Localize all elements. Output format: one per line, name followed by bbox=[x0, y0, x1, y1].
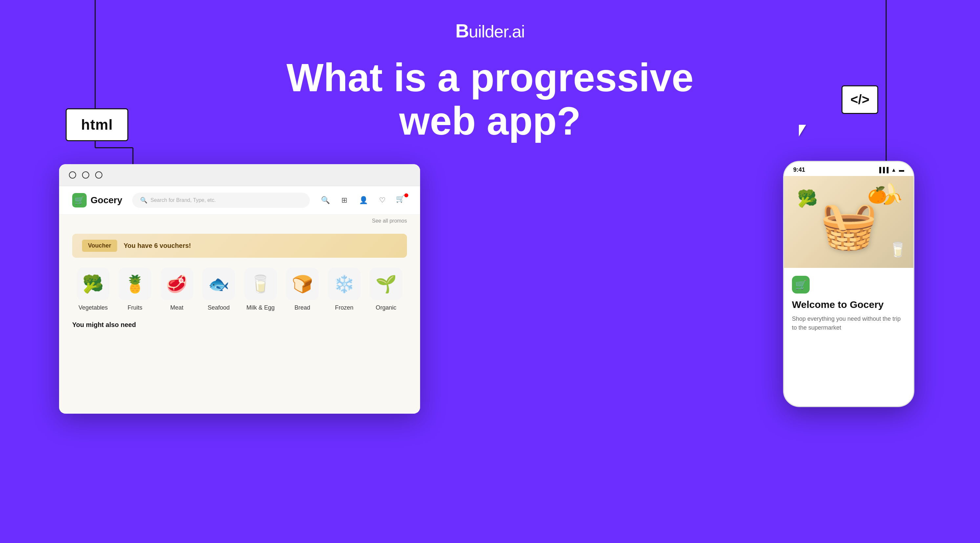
category-bread[interactable]: 🍞 Bread bbox=[282, 268, 324, 311]
organic-icon: 🌱 bbox=[369, 268, 402, 300]
phone-hero-image: 🧺 🍌 🥦 🍊 🥛 bbox=[784, 176, 913, 268]
browser-dot-3 bbox=[95, 171, 102, 178]
categories-grid: 🥦 Vegetables 🍍 Fruits 🥩 Meat 🐟 Seafood 🥛… bbox=[59, 258, 420, 318]
nav-icons: 🔍 ⊞ 👤 ♡ 🛒 bbox=[320, 195, 407, 206]
gocery-logo: 🛒 Gocery bbox=[72, 193, 123, 207]
seafood-icon: 🐟 bbox=[202, 268, 235, 300]
frozen-label: Frozen bbox=[335, 304, 353, 311]
phone-welcome-subtitle: Shop everything you need without the tri… bbox=[792, 315, 905, 332]
phone-app-logo: 🛒 bbox=[792, 276, 905, 293]
frozen-icon: ❄️ bbox=[328, 268, 361, 300]
mobile-phone: 9:41 ▐▐▐ ▲ ▬ 🧺 🍌 🥦 🍊 🥛 🛒 Welcome to bbox=[783, 161, 914, 407]
vegetables-icon: 🥦 bbox=[77, 268, 110, 300]
vegetables-label: Vegetables bbox=[78, 304, 108, 311]
organic-label: Organic bbox=[376, 304, 396, 311]
search-icon: 🔍 bbox=[140, 197, 147, 204]
browser-dot-1 bbox=[69, 171, 76, 178]
phone-signal-icons: ▐▐▐ ▲ ▬ bbox=[877, 167, 904, 173]
phone-welcome-title: Welcome to Gocery bbox=[792, 299, 905, 311]
logo-text: Builder.ai bbox=[455, 20, 525, 42]
voucher-tag: Voucher bbox=[82, 240, 117, 252]
gocery-logo-icon: 🛒 bbox=[72, 193, 87, 207]
fruits-label: Fruits bbox=[128, 304, 142, 311]
bread-label: Bread bbox=[294, 304, 310, 311]
voucher-banner[interactable]: Voucher You have 6 vouchers! bbox=[72, 234, 407, 258]
html-badge: html bbox=[66, 108, 128, 141]
milk-egg-label: Milk & Egg bbox=[247, 304, 275, 311]
you-might-need: You might also need bbox=[59, 318, 420, 332]
gocery-navbar: 🛒 Gocery 🔍 Search for Brand, Type, etc. … bbox=[59, 186, 420, 215]
phone-time: 9:41 bbox=[793, 166, 805, 174]
bread-icon: 🍞 bbox=[286, 268, 319, 300]
builder-ai-logo: Builder.ai bbox=[455, 20, 525, 42]
category-milk-egg[interactable]: 🥛 Milk & Egg bbox=[240, 268, 282, 311]
see-all-promos[interactable]: See all promos bbox=[72, 218, 407, 224]
signal-icon: ▐▐▐ bbox=[877, 167, 888, 173]
search-bar[interactable]: 🔍 Search for Brand, Type, etc. bbox=[132, 193, 310, 208]
meat-icon: 🥩 bbox=[161, 268, 193, 300]
phone-status-bar: 9:41 ▐▐▐ ▲ ▬ bbox=[784, 162, 913, 176]
browser-titlebar bbox=[59, 164, 420, 186]
cart-badge-dot bbox=[404, 193, 408, 197]
heart-nav-icon[interactable]: ♡ bbox=[377, 195, 388, 206]
browser-window: 🛒 Gocery 🔍 Search for Brand, Type, etc. … bbox=[59, 164, 420, 414]
voucher-message: You have 6 vouchers! bbox=[124, 242, 191, 250]
battery-icon: ▬ bbox=[899, 167, 904, 173]
wifi-icon: ▲ bbox=[891, 167, 896, 173]
phone-info: 🛒 Welcome to Gocery Shop everything you … bbox=[784, 268, 913, 340]
category-fruits[interactable]: 🍍 Fruits bbox=[114, 268, 156, 311]
phone-logo-icon: 🛒 bbox=[792, 276, 810, 293]
category-seafood[interactable]: 🐟 Seafood bbox=[198, 268, 240, 311]
category-meat[interactable]: 🥩 Meat bbox=[156, 268, 198, 311]
category-frozen[interactable]: ❄️ Frozen bbox=[323, 268, 365, 311]
grid-nav-icon[interactable]: ⊞ bbox=[339, 195, 350, 206]
fruits-icon: 🍍 bbox=[118, 268, 151, 300]
seafood-label: Seafood bbox=[208, 304, 230, 311]
search-nav-icon[interactable]: 🔍 bbox=[320, 195, 331, 206]
cursor-icon bbox=[799, 125, 806, 137]
meat-label: Meat bbox=[170, 304, 183, 311]
category-vegetables[interactable]: 🥦 Vegetables bbox=[72, 268, 114, 311]
browser-dot-2 bbox=[82, 171, 89, 178]
phone-content: 🧺 🍌 🥦 🍊 🥛 🛒 Welcome to Gocery Shop every… bbox=[784, 176, 913, 404]
category-organic[interactable]: 🌱 Organic bbox=[365, 268, 407, 311]
cart-nav-icon[interactable]: 🛒 bbox=[396, 195, 407, 206]
milk-egg-icon: 🥛 bbox=[244, 268, 277, 300]
browser-content: 🛒 Gocery 🔍 Search for Brand, Type, etc. … bbox=[59, 186, 420, 412]
code-badge: </> bbox=[842, 85, 878, 114]
main-heading: What is a progressive web app? bbox=[228, 56, 752, 142]
user-nav-icon[interactable]: 👤 bbox=[358, 195, 369, 206]
